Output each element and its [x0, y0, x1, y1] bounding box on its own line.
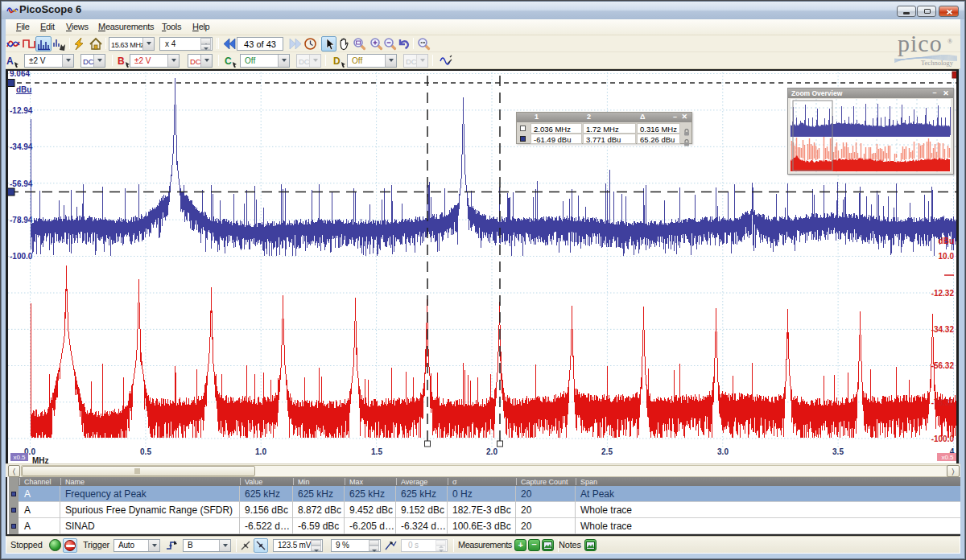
svg-text:dBu: dBu	[939, 237, 954, 245]
svg-text:x0.5: x0.5	[13, 454, 26, 461]
svg-text:2.5: 2.5	[601, 447, 613, 456]
svg-text:-78.94: -78.94	[10, 216, 33, 224]
svg-text:-100.0: -100.0	[10, 252, 33, 261]
svg-text:3.0: 3.0	[717, 447, 729, 456]
svg-text:-56.94: -56.94	[10, 179, 33, 188]
svg-text:-34.32: -34.32	[931, 325, 955, 334]
svg-text:10.0: 10.0	[939, 252, 955, 261]
svg-text:3.5: 3.5	[832, 447, 844, 456]
svg-text:-78.32: -78.32	[931, 398, 955, 407]
svg-text:2.0: 2.0	[486, 447, 497, 456]
svg-text:-56.32: -56.32	[931, 361, 955, 370]
svg-text:x0.5: x0.5	[941, 454, 954, 461]
svg-text:-34.94: -34.94	[10, 142, 33, 151]
svg-text:dBu: dBu	[16, 85, 31, 94]
svg-text:-12.32: -12.32	[931, 289, 955, 298]
svg-text:0.5: 0.5	[140, 447, 151, 456]
svg-text:1.0: 1.0	[255, 447, 266, 456]
svg-text:-100.0: -100.0	[931, 434, 955, 443]
svg-text:MHz: MHz	[32, 456, 49, 463]
svg-text:1.5: 1.5	[371, 447, 382, 456]
svg-text:-12.94: -12.94	[10, 106, 33, 115]
